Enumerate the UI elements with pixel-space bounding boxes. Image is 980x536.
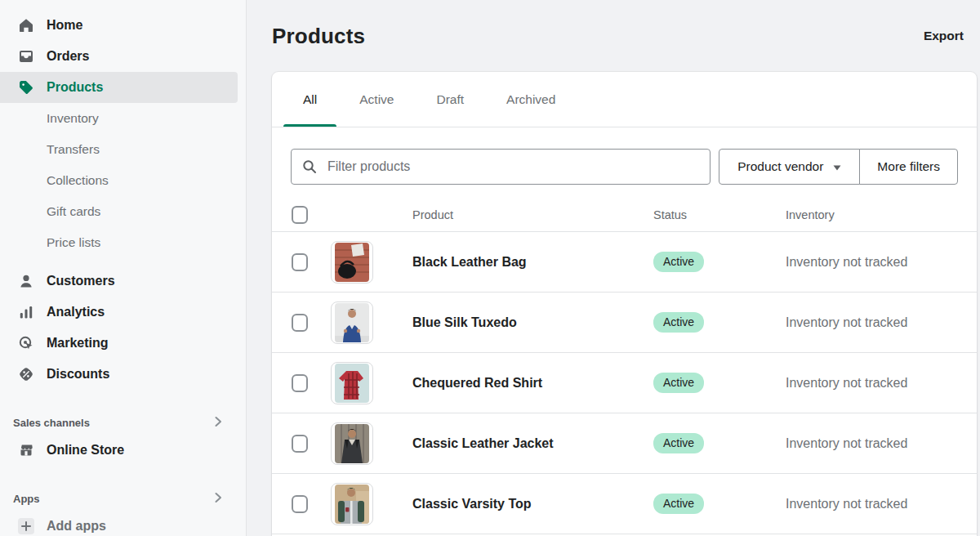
product-name: Black Leather Bag	[412, 255, 653, 270]
table-header: Product Status Inventory	[272, 198, 977, 232]
product-name: Classic Leather Jacket	[412, 436, 653, 451]
sidebar-item-label: Discounts	[47, 367, 109, 382]
column-header-inventory: Inventory	[786, 208, 977, 221]
sidebar-item-marketing[interactable]: Marketing	[0, 328, 246, 359]
product-thumbnail	[331, 302, 373, 344]
product-vendor-button[interactable]: Product vendor	[719, 149, 860, 185]
row-checkbox[interactable]	[292, 435, 308, 453]
sidebar-item-label: Marketing	[47, 336, 109, 351]
home-icon	[18, 17, 34, 34]
sidebar-item-orders[interactable]: Orders	[0, 41, 246, 72]
caret-down-icon	[833, 159, 841, 174]
sidebar-item-products[interactable]: Products	[0, 72, 238, 103]
sidebar-item-customers[interactable]: Customers	[0, 266, 246, 297]
filter-products-input[interactable]	[291, 149, 710, 185]
storefront-icon	[18, 442, 34, 458]
inventory-status: Inventory not tracked	[786, 255, 977, 270]
sidebar-item-label: Home	[47, 18, 82, 33]
discounts-icon	[18, 366, 34, 382]
row-checkbox[interactable]	[292, 253, 308, 271]
sidebar-item-label: Analytics	[47, 305, 105, 319]
product-thumbnail	[331, 362, 373, 404]
sidebar: Home Orders Products Inventory Transfers…	[0, 0, 247, 536]
tab-active[interactable]: Active	[338, 72, 415, 127]
marketing-icon	[18, 335, 34, 351]
select-all-checkbox[interactable]	[292, 206, 308, 224]
sidebar-item-label: Add apps	[47, 519, 106, 534]
table-row[interactable]: Black Leather Bag Active Inventory not t…	[272, 232, 977, 293]
column-header-product: Product	[412, 208, 653, 221]
product-name: Blue Silk Tuxedo	[412, 315, 653, 330]
tab-draft[interactable]: Draft	[415, 72, 485, 127]
table-row[interactable]: Blue Silk Tuxedo Active Inventory not tr…	[272, 293, 977, 353]
table-row[interactable]: Classic Varsity Top Active Inventory not…	[272, 474, 977, 534]
sidebar-item-label: Orders	[47, 49, 89, 64]
main-content: Products Export All Active Draft Archive…	[247, 0, 980, 536]
product-name: Classic Varsity Top	[412, 497, 653, 511]
status-badge: Active	[653, 373, 704, 393]
row-checkbox[interactable]	[292, 495, 308, 513]
search-icon	[302, 159, 317, 177]
export-button[interactable]: Export	[924, 29, 964, 43]
inventory-status: Inventory not tracked	[786, 315, 977, 330]
sidebar-item-online-store[interactable]: Online Store	[0, 435, 246, 466]
status-badge: Active	[653, 433, 704, 453]
products-card: All Active Draft Archived Product vendor	[272, 72, 977, 536]
sidebar-item-price-lists[interactable]: Price lists	[0, 227, 246, 258]
plus-icon	[18, 518, 34, 534]
sidebar-item-discounts[interactable]: Discounts	[0, 359, 246, 390]
status-badge: Active	[653, 312, 704, 333]
sidebar-item-label: Customers	[47, 274, 115, 288]
page-title: Products	[272, 24, 365, 49]
status-tabs: All Active Draft Archived	[272, 72, 977, 127]
sidebar-item-label: Products	[47, 80, 103, 95]
page-header: Products Export	[247, 0, 980, 72]
inventory-status: Inventory not tracked	[786, 497, 977, 511]
sidebar-section-apps[interactable]: Apps	[0, 486, 246, 511]
tab-archived[interactable]: Archived	[485, 72, 577, 127]
product-thumbnail	[331, 422, 373, 465]
filter-buttons: Product vendor More filters	[719, 149, 958, 185]
sidebar-item-label: Online Store	[47, 443, 124, 458]
sidebar-item-collections[interactable]: Collections	[0, 165, 246, 196]
status-badge: Active	[653, 494, 704, 514]
analytics-icon	[18, 304, 34, 320]
sidebar-section-sales-channels[interactable]: Sales channels	[0, 410, 246, 435]
product-thumbnail	[331, 241, 373, 284]
chevron-right-icon	[212, 415, 225, 431]
products-tag-icon	[18, 79, 34, 96]
sidebar-item-inventory[interactable]: Inventory	[0, 103, 246, 134]
product-name: Chequered Red Shirt	[412, 376, 653, 391]
column-header-status: Status	[653, 208, 786, 221]
inventory-status: Inventory not tracked	[786, 376, 977, 391]
inventory-status: Inventory not tracked	[786, 436, 977, 451]
table-row[interactable]: Chequered Red Shirt Active Inventory not…	[272, 353, 977, 413]
sidebar-item-gift-cards[interactable]: Gift cards	[0, 196, 246, 227]
more-filters-button[interactable]: More filters	[859, 149, 958, 185]
sidebar-item-home[interactable]: Home	[0, 10, 246, 41]
filter-bar: Product vendor More filters	[272, 127, 977, 198]
sidebar-item-add-apps[interactable]: Add apps	[0, 511, 246, 536]
sidebar-item-transfers[interactable]: Transfers	[0, 134, 246, 165]
table-row[interactable]: Classic Leather Jacket Active Inventory …	[272, 413, 977, 474]
row-checkbox[interactable]	[292, 374, 308, 392]
chevron-right-icon	[212, 491, 225, 507]
search-box	[291, 149, 710, 185]
row-checkbox[interactable]	[292, 314, 308, 332]
customers-icon	[18, 273, 34, 289]
sidebar-item-analytics[interactable]: Analytics	[0, 297, 246, 328]
sidebar-spacer	[0, 258, 246, 266]
orders-icon	[18, 48, 34, 65]
status-badge: Active	[653, 252, 704, 272]
tab-all[interactable]: All	[282, 72, 338, 127]
product-thumbnail	[331, 483, 373, 525]
